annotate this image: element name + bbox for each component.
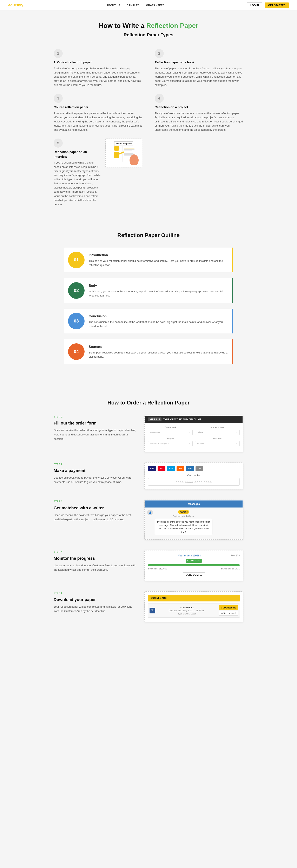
payment-mockup-body: VISA MC MAE DISC AMEX DIN Card number XX… bbox=[145, 463, 242, 489]
download-mockup: DOWNLOADS W critical.docx Date uploaded:… bbox=[144, 591, 243, 622]
downloads-label: DOWNLOADS bbox=[151, 596, 167, 600]
order-step-2: STEP 2 Make a payment Use a credit/debit… bbox=[54, 463, 243, 490]
type-title-5: Reflection paper on an interview bbox=[54, 150, 101, 159]
progress-date-start: September 13, 2021 bbox=[148, 567, 167, 570]
get-started-button[interactable]: GET STARTED bbox=[265, 2, 289, 8]
svg-rect-7 bbox=[124, 155, 131, 156]
academic-level-select[interactable]: College ▼ bbox=[195, 430, 240, 435]
mockup-form-body: Type of work Presentation ▼ Academic lev… bbox=[145, 423, 242, 451]
step-5-title: Download your paper bbox=[54, 596, 136, 603]
maestro-logo: MAE bbox=[167, 466, 175, 471]
outline-section: Reflection Paper Outline 01 Introduction… bbox=[0, 223, 297, 382]
mockup-row-1: Type of work Presentation ▼ Academic lev… bbox=[148, 426, 240, 435]
outline-content-2: Body In this part, you introduce the exp… bbox=[89, 283, 229, 298]
order-form-mockup: STEP 1 / 2 TYPE OF WORK AND DEADLINE Typ… bbox=[144, 415, 243, 452]
nav-samples[interactable]: SAMPLES bbox=[127, 4, 140, 7]
type-number-4: 4 bbox=[155, 94, 164, 103]
fee-label: Fee: $$$ bbox=[231, 554, 240, 557]
outline-badge-3: 03 bbox=[68, 313, 85, 329]
subject-label: Subject bbox=[148, 437, 193, 440]
chevron-down-icon: ▼ bbox=[189, 431, 191, 434]
subject-select[interactable]: Business & Management ▼ bbox=[148, 441, 193, 446]
step-5-desc: Your reflection paper will be completed … bbox=[54, 605, 136, 613]
site-logo[interactable]: educibly. bbox=[8, 2, 24, 8]
order-step-1: STEP 1 Fill out the order form Once we r… bbox=[54, 415, 243, 452]
download-file-button[interactable]: ↓ Download file bbox=[219, 606, 238, 610]
outline-content-3: Conclusion The conclusion is the bottom … bbox=[89, 314, 229, 328]
chat-mockup: Messages 👤 #124563 September 8, 4:48 p.m… bbox=[144, 500, 243, 540]
type-title-2: Reflection paper on a book bbox=[155, 60, 243, 65]
chat-order-id: #124563 bbox=[178, 510, 189, 514]
type-number-1: 1 bbox=[54, 49, 63, 58]
outline-item-3: 03 Conclusion The conclusion is the bott… bbox=[64, 309, 233, 334]
payment-mockup: VISA MC MAE DISC AMEX DIN Card number XX… bbox=[144, 463, 243, 490]
step-2-title: Make a payment bbox=[54, 467, 136, 474]
send-email-button[interactable]: ✉ Send to email bbox=[219, 611, 238, 616]
logo-text: educibly bbox=[8, 3, 23, 7]
outline-title-4: Sources bbox=[89, 344, 229, 349]
chat-content: #124563 September 8, 4:48 p.m. I've used… bbox=[155, 509, 212, 535]
login-button[interactable]: LOG IN bbox=[247, 2, 262, 8]
deadline-select[interactable]: 12 hours ▼ bbox=[195, 441, 240, 446]
step-5-left: STEP 5 Download your paper Your reflecti… bbox=[54, 591, 136, 613]
outline-section-title: Reflection Paper Outline bbox=[0, 231, 297, 239]
nav-guarantees[interactable]: GUARANTEES bbox=[146, 4, 164, 7]
type-item-2: 2 Reflection paper on a book This type o… bbox=[155, 49, 243, 87]
file-info: critical.docx Date uploaded: May 3, 2021… bbox=[157, 606, 217, 616]
paper-types-title: Reflection Paper Types bbox=[8, 31, 289, 38]
svg-rect-5 bbox=[124, 153, 133, 154]
amex-logo: AMEX bbox=[186, 466, 194, 471]
outline-item-1: 01 Introduction This part of your reflec… bbox=[64, 248, 233, 272]
order-section: How to Order a Reflection Paper STEP 1 F… bbox=[0, 391, 297, 645]
spacer bbox=[148, 601, 240, 603]
type-desc-4: This type of work has the same structure… bbox=[155, 111, 243, 132]
outline-content-4: Sources Solid, peer-reviewed sources mus… bbox=[89, 344, 229, 359]
downloads-header: DOWNLOADS bbox=[148, 595, 240, 601]
order-ref-text: Your order #120563 bbox=[178, 554, 201, 557]
mockup-form-title: TYPE OF WORK AND DEADLINE bbox=[163, 418, 201, 421]
chevron-down-icon-3: ▼ bbox=[189, 442, 191, 445]
step-2-left: STEP 2 Make a payment Use a credit/debit… bbox=[54, 463, 136, 485]
more-details-button[interactable]: MORE DETAILS bbox=[183, 572, 205, 577]
chat-avatar: 👤 bbox=[147, 509, 153, 515]
chat-body: 👤 #124563 September 8, 4:48 p.m. I've us… bbox=[145, 507, 242, 539]
visa-logo: VISA bbox=[148, 466, 156, 471]
subject-value: Business & Management bbox=[150, 442, 171, 445]
deadline-label: Deadline bbox=[195, 437, 240, 440]
order-section-title: How to Order a Reflection Paper bbox=[0, 399, 297, 407]
step-2-label: STEP 2 bbox=[54, 463, 136, 466]
card-number-label: Card number bbox=[148, 474, 240, 477]
step-4-left: STEP 4 Monitor the progress Use a secure… bbox=[54, 550, 136, 572]
outline-title-3: Conclusion bbox=[89, 314, 229, 319]
progress-mockup: Your order #120563 Fee: $$$ COMPLETED Se… bbox=[144, 550, 243, 581]
step-4-label: STEP 4 bbox=[54, 550, 136, 554]
outline-accent-1 bbox=[232, 248, 233, 272]
step-3-title: Get matched with a writer bbox=[54, 505, 136, 511]
type-of-work-label: Type of work bbox=[148, 426, 193, 429]
logo-dot: . bbox=[23, 3, 24, 7]
progress-bar-fill bbox=[148, 564, 240, 566]
nav-about[interactable]: ABOUT US bbox=[106, 4, 120, 7]
file-meta-date: Date uploaded: May 3, 2021, 11:07 a.m. bbox=[157, 609, 217, 612]
order-step-3: STEP 3 Get matched with a writer Once we… bbox=[54, 500, 243, 540]
order-step-4: STEP 4 Monitor the progress Use a secure… bbox=[54, 550, 243, 581]
step-2-desc: Use a credit/debit card to pay for the w… bbox=[54, 476, 136, 485]
outline-title-2: Body bbox=[89, 283, 229, 288]
download-file-row: W critical.docx Date uploaded: May 3, 20… bbox=[148, 603, 240, 618]
card-number-input[interactable]: XXXX XXXX XXXX XXXX bbox=[148, 478, 240, 486]
step-1-left: STEP 1 Fill out the order form Once we r… bbox=[54, 415, 136, 441]
section-divider-2 bbox=[0, 382, 297, 391]
discover-logo: DISC bbox=[176, 466, 185, 471]
svg-rect-2 bbox=[124, 149, 134, 150]
payment-logos: VISA MC MAE DISC AMEX DIN bbox=[148, 466, 240, 471]
illustration-paper-label: Reflection paper bbox=[114, 142, 133, 146]
type-of-work-select[interactable]: Presentation ▼ bbox=[148, 430, 193, 435]
type-title-4: Reflection on a project bbox=[155, 105, 243, 110]
type-desc-1: A critical reflection paper is probably … bbox=[54, 66, 142, 87]
type-title-3: Course reflection paper bbox=[54, 105, 142, 110]
type-title-1: 1. Critical reflection paper bbox=[54, 60, 142, 65]
nav-actions: LOG IN GET STARTED bbox=[247, 2, 289, 8]
file-meta-type: Type of work: Essay bbox=[157, 612, 217, 615]
progress-dates: September 13, 2021 September 24, 2021 bbox=[148, 567, 240, 570]
step-5-label: STEP 5 bbox=[54, 591, 136, 595]
